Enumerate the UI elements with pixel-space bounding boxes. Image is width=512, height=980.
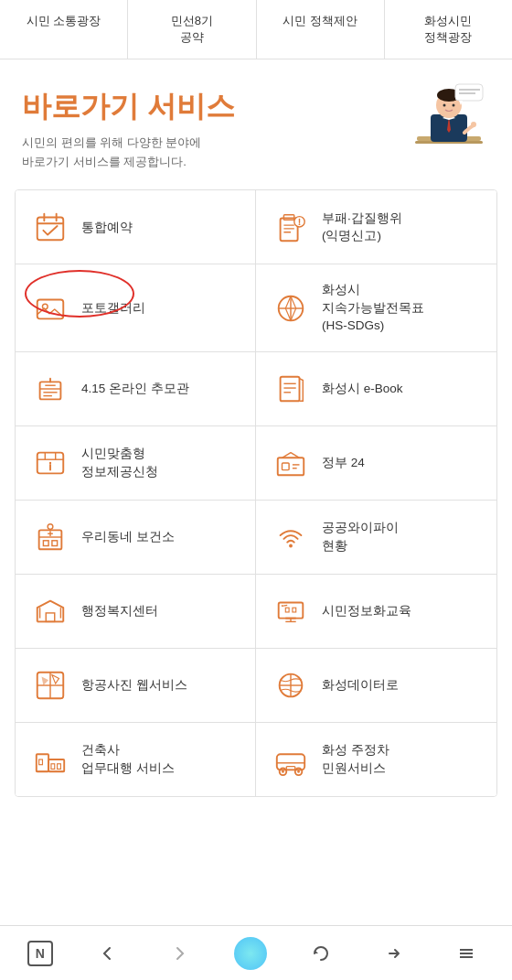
hero-title-orange: 서비스 — [139, 90, 235, 123]
svg-rect-44 — [283, 463, 290, 470]
svg-rect-55 — [46, 613, 55, 622]
calendar-check-icon — [30, 207, 70, 247]
svg-rect-61 — [293, 608, 296, 612]
service-label-public-wifi: 공공와이파이 현황 — [322, 519, 399, 555]
svg-rect-50 — [52, 541, 58, 546]
service-label-welfare-center: 행정복지센터 — [81, 602, 158, 620]
svg-point-26 — [299, 224, 301, 226]
top-nav-item-elected-8[interactable]: 민선8기 공약 — [128, 0, 256, 59]
service-label-health-center: 우리동네 보건소 — [81, 528, 175, 546]
svg-point-51 — [48, 524, 53, 530]
construction-icon — [30, 739, 70, 780]
service-grid: 통합예약 부패·갑질행위 (익명신고) 포토갤러리 화성시 지속가능발전목표 (… — [15, 189, 497, 797]
service-item-photo-gallery[interactable]: 포토갤러리 — [16, 264, 256, 352]
svg-rect-49 — [43, 541, 48, 546]
svg-point-79 — [297, 770, 300, 773]
service-label-ebook: 화성시 e-Book — [322, 380, 403, 398]
memorial-icon — [30, 369, 70, 409]
service-label-memorial: 4.15 온라인 추모관 — [81, 380, 189, 398]
browser-home-button[interactable] — [234, 937, 267, 970]
service-label-digital-edu: 시민정보화교육 — [322, 602, 411, 620]
data-portal-icon — [271, 665, 311, 705]
svg-rect-15 — [37, 218, 64, 241]
service-item-integrated-booking[interactable]: 통합예약 — [16, 190, 256, 264]
service-item-memorial[interactable]: 4.15 온라인 추모관 — [16, 352, 256, 426]
service-label-data-portal: 화성데이터로 — [322, 676, 399, 695]
svg-rect-72 — [58, 764, 61, 770]
service-label-corruption-report: 부패·갑질행위 (익명신고) — [322, 210, 402, 245]
svg-point-78 — [282, 770, 284, 773]
service-label-sdgs: 화성시 지속가능발전목표 (HS-SDGs) — [322, 281, 424, 335]
browser-refresh-button[interactable] — [303, 935, 339, 972]
browser-n-button[interactable]: N — [27, 941, 53, 966]
svg-rect-20 — [283, 215, 293, 221]
svg-line-32 — [285, 296, 291, 307]
parking-icon — [271, 739, 311, 780]
svg-point-14 — [471, 122, 476, 127]
svg-rect-56 — [279, 603, 304, 619]
svg-rect-71 — [51, 764, 55, 770]
gov24-icon — [271, 443, 311, 483]
browser-forward-button[interactable] — [162, 935, 198, 972]
svg-line-34 — [285, 308, 291, 320]
top-nav-item-citizen-plaza[interactable]: 시민 소통광장 — [0, 0, 128, 59]
hero-text: 바로가기 서비스 시민의 편의를 위해 다양한 분야에 바로가기 서비스를 제공… — [22, 89, 235, 171]
service-item-welfare-center[interactable]: 행정복지센터 — [16, 575, 256, 649]
service-item-data-portal[interactable]: 화성데이터로 — [256, 649, 496, 723]
svg-rect-37 — [281, 377, 300, 402]
service-label-aerial-photo: 항공사진 웹서비스 — [81, 676, 187, 695]
svg-line-35 — [291, 308, 296, 320]
browser-share-button[interactable] — [376, 935, 412, 972]
svg-point-54 — [289, 544, 293, 548]
browser-back-button[interactable] — [89, 935, 125, 972]
wifi-icon — [271, 517, 311, 557]
hero-section: 바로가기 서비스 시민의 편의를 위해 다양한 분야에 바로가기 서비스를 제공… — [0, 59, 512, 189]
top-navigation: 시민 소통광장민선8기 공약시민 정책제안화성시민 정책광장 — [0, 0, 512, 59]
hero-illustration — [408, 80, 490, 162]
service-section: 통합예약 부패·갑질행위 (익명신고) 포토갤러리 화성시 지속가능발전목표 (… — [0, 189, 512, 797]
hero-desc: 시민의 편의를 위해 다양한 분야에 바로가기 서비스를 제공합니다. — [22, 134, 235, 172]
service-item-health-center[interactable]: 우리동네 보건소 — [16, 501, 256, 575]
hero-title-black: 바로가기 — [22, 90, 139, 123]
aerial-icon — [30, 665, 70, 705]
service-item-gov24[interactable]: 정부 24 — [256, 426, 496, 501]
service-label-citizen-info: 시민맞춤형 정보제공신청 — [81, 445, 158, 480]
service-label-integrated-booking: 통합예약 — [81, 219, 133, 237]
welfare-icon — [30, 591, 70, 631]
service-label-photo-gallery: 포토갤러리 — [81, 299, 145, 318]
svg-point-42 — [49, 462, 51, 464]
svg-rect-80 — [286, 767, 295, 770]
service-label-gov24: 정부 24 — [322, 454, 365, 472]
service-item-citizen-info[interactable]: 시민맞춤형 정보제공신청 — [16, 426, 256, 501]
service-item-public-wifi[interactable]: 공공와이파이 현황 — [256, 501, 496, 575]
svg-point-8 — [443, 104, 446, 107]
top-nav-item-citizen-policy[interactable]: 시민 정책제안 — [257, 0, 385, 59]
top-nav-item-hwaseong-citizen[interactable]: 화성시민 정책광장 — [385, 0, 512, 59]
svg-point-9 — [453, 104, 455, 107]
service-item-digital-edu[interactable]: 시민정보화교육 — [256, 575, 496, 649]
main-content: 바로가기 서비스 시민의 편의를 위해 다양한 분야에 바로가기 서비스를 제공… — [0, 59, 512, 980]
service-item-aerial-photo[interactable]: 항공사진 웹서비스 — [16, 649, 256, 723]
digital-edu-icon — [271, 591, 311, 631]
svg-rect-74 — [277, 754, 304, 770]
browser-menu-button[interactable] — [448, 935, 485, 972]
hero-title: 바로가기 서비스 — [22, 89, 235, 124]
svg-rect-60 — [285, 608, 289, 612]
service-label-construction: 건축사 업무대행 서비스 — [81, 741, 175, 777]
globe-wheel-icon — [271, 288, 311, 328]
building-report-icon — [271, 207, 311, 247]
service-item-corruption-report[interactable]: 부패·갑질행위 (익명신고) — [256, 190, 496, 264]
svg-rect-70 — [39, 759, 43, 765]
bottom-browser-bar: N — [0, 925, 512, 980]
service-item-sdgs[interactable]: 화성시 지속가능발전목표 (HS-SDGs) — [256, 264, 496, 352]
service-label-parking: 화성 주정차 민원서비스 — [322, 741, 389, 777]
service-item-construction[interactable]: 건축사 업무대행 서비스 — [16, 723, 256, 796]
svg-line-33 — [291, 296, 296, 307]
health-center-icon — [30, 517, 70, 557]
service-item-parking[interactable]: 화성 주정차 민원서비스 — [256, 723, 496, 796]
service-item-ebook[interactable]: 화성시 e-Book — [256, 352, 496, 426]
svg-rect-36 — [40, 382, 61, 399]
info-request-icon — [30, 443, 70, 483]
svg-rect-10 — [455, 84, 483, 101]
photo-gallery-icon — [30, 288, 70, 328]
